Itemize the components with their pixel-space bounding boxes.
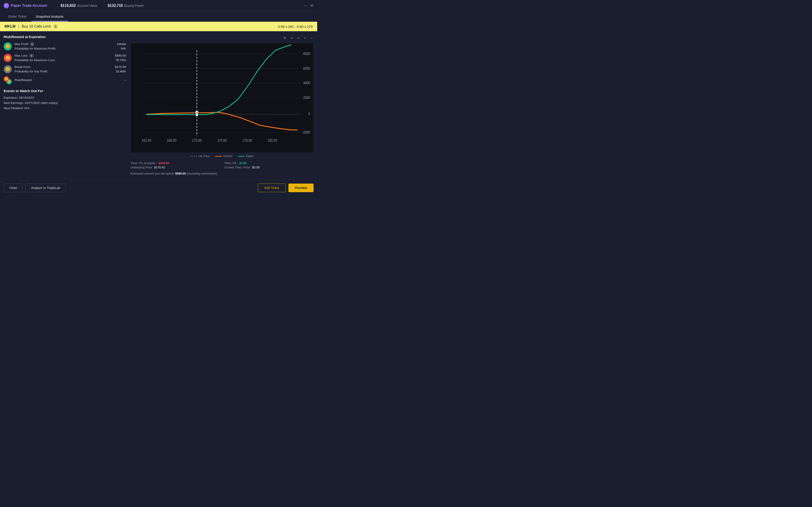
max-loss-sublabel: Probability for Maximum Loss: (14, 58, 101, 62)
theo-pl-expiry-label: Theo. P/L at Expiry: (131, 161, 156, 165)
back-fast-button[interactable]: « (290, 35, 294, 41)
preview-button[interactable]: Preview (289, 183, 314, 192)
current-label: Current (223, 155, 233, 158)
tab-order-ticket[interactable]: Order Ticket (4, 11, 31, 21)
max-loss-icon: 😟 (4, 54, 12, 62)
max-loss-values: $590.00 78.74% (103, 53, 126, 63)
svg-text:2000: 2000 (303, 96, 310, 100)
current-theo-price-stat: Current Theo. Price: $0.59 (224, 166, 314, 169)
tab-snapshot-analysis[interactable]: Snapshot Analysis (31, 11, 68, 21)
svg-text:162.00: 162.00 (142, 138, 151, 143)
risk-reward-icon: 😟 😊 (4, 76, 12, 84)
left-panel: Risk/Reward at Expiration 😊 Max Profit i… (4, 35, 126, 176)
max-profit-labels: Max Profit i : Probability for Maximum P… (14, 42, 101, 51)
break-even-subvalue: 18.46% (103, 69, 126, 74)
svg-text:6000: 6000 (303, 66, 310, 70)
svg-text:182.00: 182.00 (267, 138, 277, 143)
bottom-right-actions: Edit Ticket Preview (258, 183, 314, 192)
account-value-amount: $115,832 (60, 4, 76, 8)
underlying-price-label: Underlying Price: (131, 166, 153, 169)
bid-size: 262 (288, 25, 294, 29)
max-profit-icon: 😊 (4, 42, 12, 51)
analyze-button[interactable]: Analyze In TradeLab (26, 183, 66, 192)
max-profit-value: Infinite (103, 42, 126, 46)
break-even-icon: 😐 (4, 65, 12, 73)
legend-expiry: Expiry (238, 155, 254, 158)
next-dividend-event: Next Dividend: N/A (4, 106, 126, 110)
expiry-label: Expiry (246, 155, 254, 158)
break-even-values: $175.59 18.46% (103, 65, 126, 74)
info-icon[interactable]: i (53, 24, 58, 29)
forward-fast-button[interactable]: » (296, 35, 300, 41)
risk-reward-label: Risk/Reward (14, 78, 101, 82)
underlying-price-value: $170.42 (154, 166, 165, 169)
ul-price-line-icon (191, 156, 197, 156)
bottom-left-actions: Chart Analyze In TradeLab (4, 183, 66, 192)
next-earnings-event: Next Earnings: 10/27/2022 (after expiry) (4, 101, 126, 105)
theo-pl-stat: Theo. P/L: $2.88 (224, 161, 314, 165)
svg-text:174.00: 174.00 (217, 138, 227, 143)
svg-text:-2000: -2000 (302, 130, 310, 134)
chart-svg: 8000 6000 4000 2000 0 -2000 162.00 166.0… (131, 43, 313, 153)
svg-point-21 (195, 113, 198, 116)
expiration-event: Expiration: 08/19/2022 (4, 96, 126, 99)
max-loss-value: $590.00 (103, 53, 126, 58)
break-even-value: $175.59 (103, 65, 126, 69)
current-line-icon (215, 156, 222, 157)
main-content: Risk/Reward at Expiration 😊 Max Profit i… (0, 31, 317, 180)
chart-area: 8000 6000 4000 2000 0 -2000 162.00 166.0… (131, 43, 314, 153)
events-section: Events to Watch Out For Expiration: 08/1… (4, 89, 126, 110)
order-description: Buy 10 Calls Limit (22, 24, 51, 29)
ul-price-label: U/L Price (199, 155, 210, 158)
break-even-label: Break Even: (14, 65, 101, 69)
account-info: $115,832 Account Value $132,715 Buying P… (60, 4, 144, 8)
svg-text:170.00: 170.00 (192, 138, 202, 143)
svg-text:178.00: 178.00 (242, 138, 252, 143)
zoom-in-button[interactable]: + (303, 35, 307, 41)
chart-controls: ↻ « » + − (131, 35, 314, 41)
estimated-suffix: (excluding commission) (187, 172, 217, 175)
max-profit-info-icon[interactable]: i (30, 42, 34, 46)
max-profit-row: 😊 Max Profit i : Probability for Maximum… (4, 42, 126, 51)
max-loss-info-icon[interactable]: i (30, 54, 34, 58)
risk-reward-value: -- (103, 78, 126, 82)
estimated-row: Estimated amount you will spend: $590.00… (131, 171, 314, 176)
break-even-sublabel: Probability for Any Profit: (14, 69, 101, 74)
order-banner-left: MKLM | Buy 10 Calls Limit i (5, 24, 58, 29)
svg-text:8000: 8000 (303, 52, 310, 56)
close-button[interactable]: ✕ (310, 4, 314, 8)
risk-reward-label-container: Risk/Reward (14, 78, 101, 82)
svg-text:4000: 4000 (303, 81, 310, 85)
max-profit-subvalue: N/A (103, 46, 126, 51)
current-theo-price-label: Current Theo. Price: (224, 166, 251, 169)
window-actions: − ✕ (304, 4, 314, 8)
max-loss-subvalue: 78.74% (103, 58, 126, 62)
theo-pl-expiry-stat: Theo. P/L at Expiry: -$590.00 (131, 161, 220, 165)
title-bar-left: P Paper Trade Account (4, 3, 47, 8)
expiry-line-icon (238, 156, 245, 157)
max-loss-label: Max Loss (14, 54, 28, 57)
minimize-button[interactable]: − (304, 4, 307, 8)
events-title: Events to Watch Out For (4, 89, 126, 93)
order-symbol: MKLM (5, 24, 15, 29)
edit-ticket-button[interactable]: Edit Ticket (258, 183, 286, 192)
chart-stats: Theo. P/L at Expiry: -$590.00 Theo. P/L:… (131, 160, 314, 171)
max-loss-row: 😟 Max Loss i : Probability for Maximum L… (4, 53, 126, 63)
legend-ul-price: U/L Price (191, 155, 210, 158)
refresh-button[interactable]: ↻ (283, 35, 287, 41)
order-banner: MKLM | Buy 10 Calls Limit i 0.59 x 262 -… (0, 22, 317, 31)
buying-power-label: Buying Power (124, 4, 144, 7)
ask-size: 279 (307, 25, 313, 29)
bid-price: 0.59 (278, 25, 285, 29)
app-title: Paper Trade Account (11, 4, 47, 8)
chart-button[interactable]: Chart (4, 183, 23, 192)
zoom-out-button[interactable]: − (310, 35, 314, 41)
break-even-labels: Break Even: Probability for Any Profit: (14, 65, 101, 74)
estimated-amount: $590.00 (175, 172, 186, 175)
account-value-label: Account Value (77, 4, 97, 7)
current-theo-price-value: $0.59 (252, 166, 260, 169)
theo-pl-label: Theo. P/L: (224, 161, 238, 165)
account-icon: P (4, 3, 9, 8)
buying-power-amount: $132,715 (108, 4, 123, 8)
theo-pl-value: $2.88 (239, 161, 247, 165)
